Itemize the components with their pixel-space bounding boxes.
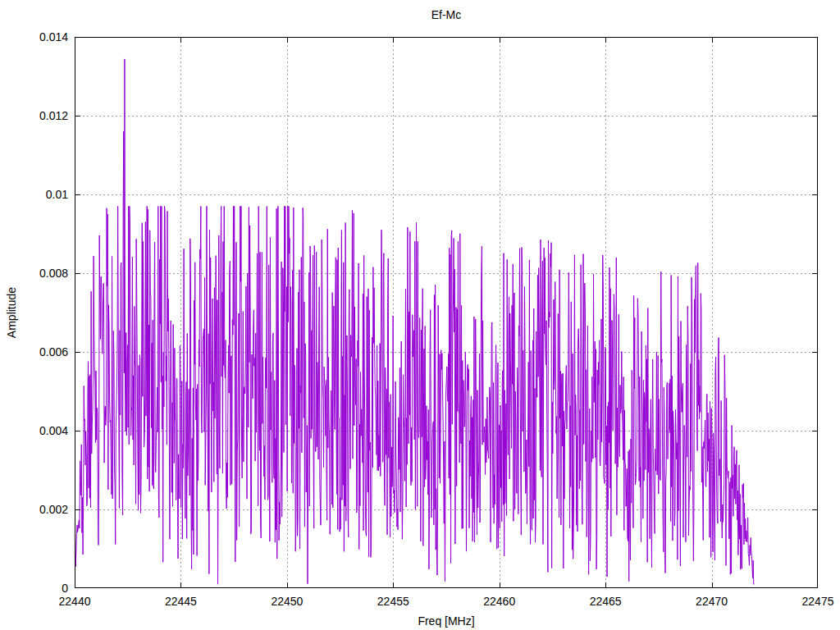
x-tick-label: 22440 (42, 594, 107, 609)
y-tick-label: 0.006 (23, 345, 68, 359)
x-tick-label: 22450 (254, 594, 320, 609)
x-tick-label: 22445 (148, 594, 213, 609)
y-tick-label: 0.008 (23, 266, 68, 281)
y-axis-label: Amplitude (5, 287, 18, 338)
y-tick-label: 0.01 (23, 187, 68, 202)
spectrum-trace (75, 59, 754, 584)
chart-title: Ef-Mc (75, 8, 818, 21)
y-tick-label: 0.004 (23, 423, 68, 438)
chart-canvas: Ef-Mc Amplitude Freq [MHz] 00.0020.0040.… (0, 0, 840, 630)
y-tick-label: 0.012 (23, 108, 68, 123)
spectrum-plot-svg (75, 37, 818, 588)
x-tick-label: 22455 (360, 594, 426, 609)
x-tick-label: 22470 (679, 594, 745, 609)
x-tick-label: 22460 (467, 594, 532, 609)
x-axis-label: Freq [MHz] (75, 614, 818, 628)
x-tick-label: 22465 (573, 594, 638, 609)
y-tick-label: 0.002 (23, 502, 68, 517)
plot-area (75, 37, 818, 588)
x-tick-label: 22475 (785, 594, 840, 609)
y-tick-label: 0.014 (23, 30, 68, 44)
